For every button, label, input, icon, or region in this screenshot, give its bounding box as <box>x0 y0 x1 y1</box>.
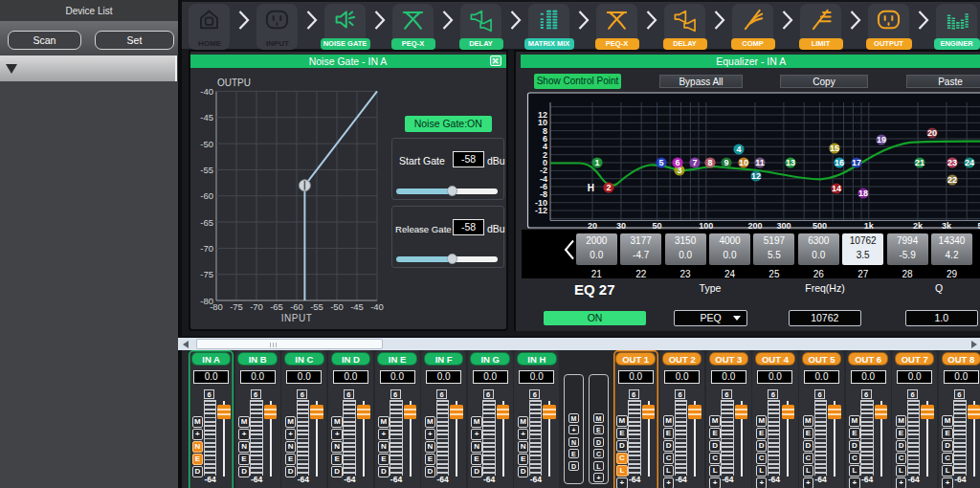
svg-text:-55: -55 <box>310 301 323 312</box>
svg-text:17: 17 <box>852 158 861 167</box>
svg-text:3k: 3k <box>942 221 952 231</box>
svg-text:1: 1 <box>594 158 599 167</box>
svg-text:20: 20 <box>927 128 937 138</box>
svg-text:-70: -70 <box>200 243 213 254</box>
svg-text:500: 500 <box>813 221 827 231</box>
svg-text:200: 200 <box>747 221 762 231</box>
svg-text:9: 9 <box>724 158 728 167</box>
svg-text:-65: -65 <box>270 301 283 312</box>
svg-text:11: 11 <box>755 158 765 167</box>
svg-text:OUTPU: OUTPU <box>217 78 251 88</box>
svg-text:12: 12 <box>538 110 547 120</box>
svg-text:-60: -60 <box>200 190 213 201</box>
svg-text:21: 21 <box>915 158 924 167</box>
svg-text:-60: -60 <box>290 301 303 312</box>
svg-text:-80: -80 <box>210 301 223 312</box>
svg-text:22: 22 <box>947 175 957 185</box>
svg-text:4: 4 <box>736 144 741 154</box>
svg-text:-50: -50 <box>330 301 344 312</box>
svg-text:10: 10 <box>739 158 748 167</box>
svg-text:-75: -75 <box>200 269 213 279</box>
svg-text:30: 30 <box>616 221 626 231</box>
svg-text:100: 100 <box>699 221 713 231</box>
svg-text:-40: -40 <box>370 301 384 312</box>
svg-text:13: 13 <box>786 158 795 167</box>
svg-text:18: 18 <box>858 189 868 198</box>
svg-text:-65: -65 <box>200 217 213 228</box>
svg-text:24: 24 <box>965 158 974 167</box>
svg-text:-50: -50 <box>200 139 213 149</box>
svg-text:-55: -55 <box>200 165 213 175</box>
svg-text:50: 50 <box>653 221 662 231</box>
svg-text:-45: -45 <box>350 301 364 312</box>
svg-text:14: 14 <box>832 184 841 193</box>
svg-text:15: 15 <box>830 144 839 153</box>
svg-text:20: 20 <box>588 221 597 231</box>
svg-text:INPUT: INPUT <box>281 313 313 323</box>
svg-text:-40: -40 <box>200 86 213 97</box>
svg-text:-45: -45 <box>200 112 213 122</box>
svg-text:300: 300 <box>776 221 791 231</box>
svg-text:19: 19 <box>877 135 886 144</box>
svg-text:2: 2 <box>606 183 611 192</box>
svg-text:5: 5 <box>658 158 663 167</box>
svg-text:2k: 2k <box>913 221 924 231</box>
svg-text:12: 12 <box>751 171 761 181</box>
svg-text:6: 6 <box>675 158 679 167</box>
svg-text:H: H <box>588 183 594 193</box>
svg-text:23: 23 <box>947 158 957 167</box>
svg-text:-75: -75 <box>230 301 243 312</box>
svg-text:16: 16 <box>835 158 844 167</box>
svg-text:-70: -70 <box>250 301 263 312</box>
svg-text:1k: 1k <box>864 221 875 231</box>
svg-text:8: 8 <box>707 158 712 167</box>
svg-text:7: 7 <box>692 158 697 167</box>
